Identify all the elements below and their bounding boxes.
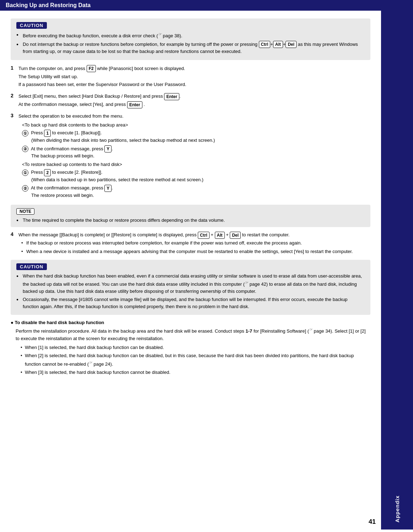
note-list: The time required to complete the backup… <box>16 217 365 224</box>
step-3-content: Select the operation to be executed from… <box>18 113 370 200</box>
step-3-backup: <To back up hard disk contents to the ba… <box>22 122 370 160</box>
restore-sub-2: ② At the confirmation message, press Y. … <box>22 184 370 199</box>
caution-item-1-2: Do not interrupt the backup or restore f… <box>16 41 365 55</box>
final-bullet-2: When [2] is selected, the hard disk back… <box>21 352 370 368</box>
key-1: 1 <box>44 130 51 137</box>
main-content: CAUTION Before executing the backup func… <box>0 11 413 530</box>
step-1: 1 Turn the computer on, and press F2 whi… <box>11 65 370 89</box>
backup-sub-2: ② At the confirmation message, press Y. … <box>22 145 370 160</box>
backup-label-2: ② <box>22 146 28 152</box>
caution-list-1: Before executing the backup function, ex… <box>16 31 365 55</box>
restore-heading: <To restore backed up contents to the ha… <box>22 161 370 168</box>
step-4-main: When the message [[Backup] is complete] … <box>18 231 370 239</box>
step-3-restore: <To restore backed up contents to the ha… <box>22 161 370 199</box>
key-2: 2 <box>44 169 51 176</box>
step-4: 4 When the message [[Backup] is complete… <box>11 231 370 256</box>
backup-sub-1: ① Press 1 to execute [1. [Backup]]. (Whe… <box>22 129 370 144</box>
step-2-main: Select [Exit] menu, then select [Hard Di… <box>18 93 370 100</box>
step-3-main: Select the operation to be executed from… <box>18 113 370 120</box>
key-alt-4: Alt <box>215 232 225 239</box>
restore-sub-1: ① Press 2 to execute [2. [Restore]]. (Wh… <box>22 169 370 183</box>
step-4-bullets: If the backup or restore process was int… <box>21 240 370 256</box>
final-bullet-3: When [3] is selected, the hard disk back… <box>21 369 370 376</box>
note-item-1: The time required to complete the backup… <box>16 217 365 224</box>
final-section-intro: Perform the reinstallation procedure. Al… <box>16 327 370 343</box>
final-section-heading: To disable the hard disk backup function <box>11 320 370 325</box>
final-bullet-1: When [1] is selected, the hard disk back… <box>21 344 370 351</box>
step-4-num: 4 <box>11 231 18 256</box>
key-y-1: Y <box>104 145 112 152</box>
caution-box-2: CAUTION When the hard disk backup functi… <box>11 260 370 315</box>
step-1-content: Turn the computer on, and press F2 while… <box>18 65 370 89</box>
step-2-content: Select [Exit] menu, then select [Hard Di… <box>18 93 370 109</box>
key-ctrl-4: Ctrl <box>198 232 210 239</box>
caution-list-2: When the hard disk backup function has b… <box>16 273 365 310</box>
restore-note-2: The restore process will begin. <box>31 192 370 199</box>
caution-item-2-2: Occasionally, the message [#1805 cannot … <box>16 296 365 310</box>
sidebar-label: Appendix <box>394 495 400 522</box>
step-1-main: Turn the computer on, and press F2 while… <box>18 65 370 72</box>
note-box: NOTE The time required to complete the b… <box>11 205 370 227</box>
note-label: NOTE <box>16 208 34 215</box>
key-ctrl: Ctrl <box>259 41 271 48</box>
page-title: Backing Up and Restoring Data <box>6 2 91 9</box>
step-2-num: 2 <box>11 93 18 109</box>
page-number: 41 <box>369 518 376 526</box>
key-del-4: Del <box>230 232 241 239</box>
backup-note-1: (When dividing the hard disk into two pa… <box>31 137 370 144</box>
caution-item-2-1: When the hard disk backup function has b… <box>16 273 365 295</box>
restore-label-2: ② <box>22 185 28 192</box>
key-f2: F2 <box>87 65 96 72</box>
final-section: To disable the hard disk backup function… <box>11 320 370 376</box>
caution-item-1-1: Before executing the backup function, ex… <box>16 31 365 39</box>
sidebar-right: Appendix <box>381 11 413 530</box>
step-4-bullet-2: When a new device is installed and a mes… <box>21 248 370 256</box>
step-1-sub1: The Setup Utility will start up. <box>18 73 370 81</box>
key-enter-1: Enter <box>164 93 179 100</box>
step-3: 3 Select the operation to be executed fr… <box>11 113 370 200</box>
content-area: CAUTION Before executing the backup func… <box>0 11 381 530</box>
key-y-2: Y <box>104 185 112 192</box>
step-4-bullet-1: If the backup or restore process was int… <box>21 240 370 247</box>
backup-label-1: ① <box>22 130 28 136</box>
final-section-bullets: When [1] is selected, the hard disk back… <box>21 344 370 376</box>
step-1-sub2: If a password has been set, enter the Su… <box>18 81 370 88</box>
key-alt: Alt <box>273 41 283 48</box>
key-del: Del <box>286 41 297 48</box>
caution-label-2: CAUTION <box>16 263 47 270</box>
caution-box-1: CAUTION Before executing the backup func… <box>11 18 370 60</box>
step-2: 2 Select [Exit] menu, then select [Hard … <box>11 93 370 109</box>
page-header: Backing Up and Restoring Data <box>0 0 413 11</box>
caution-label-1: CAUTION <box>16 22 47 29</box>
step-4-content: When the message [[Backup] is complete] … <box>18 231 370 256</box>
restore-label-1: ① <box>22 170 28 176</box>
step-1-num: 1 <box>11 65 18 89</box>
step-3-num: 3 <box>11 113 18 200</box>
backup-heading: <To back up hard disk contents to the ba… <box>22 122 370 129</box>
restore-note-1: (When data is backed up in two partition… <box>31 176 370 183</box>
backup-note-2: The backup process will begin. <box>31 152 370 160</box>
step-2-sub1: At the confirmation message, select [Yes… <box>18 101 370 108</box>
key-enter-2: Enter <box>127 101 142 108</box>
